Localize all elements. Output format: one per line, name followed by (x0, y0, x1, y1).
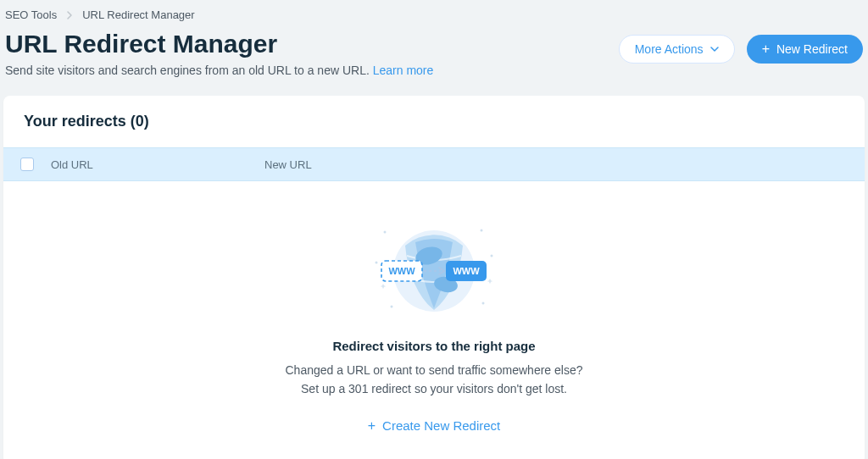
breadcrumb-parent[interactable]: SEO Tools (5, 8, 57, 21)
more-actions-label: More Actions (635, 42, 704, 56)
page-subtitle: Send site visitors and search engines fr… (5, 64, 433, 77)
empty-state: WWW WWW Redirect visitors to the right p… (3, 181, 865, 459)
globe-redirect-illustration: WWW WWW (366, 222, 502, 324)
www-old-badge: WWW (388, 266, 415, 276)
learn-more-link[interactable]: Learn more (373, 64, 434, 77)
breadcrumb-current: URL Redirect Manager (82, 8, 194, 21)
svg-point-2 (491, 255, 493, 257)
svg-point-3 (376, 262, 378, 264)
select-all-checkbox[interactable] (20, 158, 34, 171)
column-new-url: New URL (264, 158, 312, 171)
more-actions-button[interactable]: More Actions (619, 35, 735, 64)
breadcrumb: SEO Tools URL Redirect Manager (3, 0, 865, 30)
table-header-row: Old URL New URL (3, 147, 865, 181)
plus-icon: + (762, 42, 770, 56)
subtitle-text: Send site visitors and search engines fr… (5, 64, 373, 77)
select-all-cell (3, 158, 51, 171)
chevron-down-icon (710, 45, 719, 53)
svg-point-0 (384, 231, 387, 234)
new-redirect-label: New Redirect (776, 42, 848, 56)
card-title: Your redirects (0) (3, 96, 865, 147)
page-header: URL Redirect Manager Send site visitors … (3, 30, 865, 77)
header-actions: More Actions + New Redirect (619, 30, 863, 64)
plus-icon: + (368, 419, 376, 433)
page-title: URL Redirect Manager (5, 30, 433, 58)
new-redirect-button[interactable]: + New Redirect (747, 35, 863, 64)
create-new-redirect-button[interactable]: + Create New Redirect (368, 418, 501, 433)
column-old-url: Old URL (51, 158, 264, 171)
empty-line-2: Set up a 301 redirect so your visitors d… (301, 382, 567, 395)
svg-point-1 (481, 230, 483, 232)
empty-state-title: Redirect visitors to the right page (20, 339, 848, 353)
redirects-card: Your redirects (0) Old URL New URL (3, 96, 865, 459)
empty-line-1: Changed a URL or want to send traffic so… (286, 363, 583, 377)
create-new-redirect-label: Create New Redirect (382, 418, 500, 433)
www-new-badge: WWW (453, 266, 480, 276)
empty-state-subtitle: Changed a URL or want to send traffic so… (20, 362, 848, 398)
svg-point-5 (482, 302, 485, 305)
chevron-right-icon (65, 11, 74, 19)
svg-point-4 (391, 306, 393, 308)
